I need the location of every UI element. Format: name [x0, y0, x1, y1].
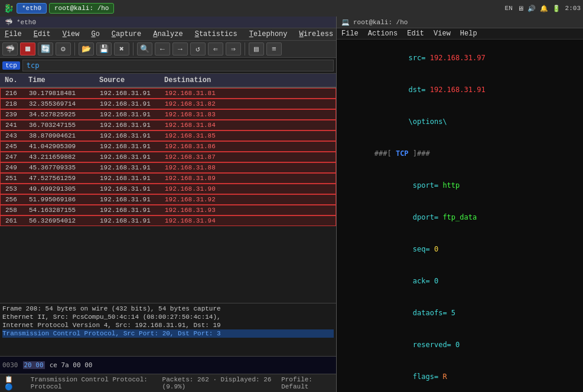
- detail-row[interactable]: Internet Protocol Version 4, Src: 192.16…: [2, 321, 334, 329]
- detail-row[interactable]: Frame 208: 54 bytes on wire (432 bits), …: [2, 305, 334, 313]
- menu-file[interactable]: File: [2, 30, 24, 39]
- cell-src: 192.168.31.91: [97, 185, 162, 193]
- term-menu-edit[interactable]: Edit: [407, 30, 424, 38]
- table-row[interactable]: 241 36.703247155 192.168.31.91 192.168.3…: [0, 120, 336, 130]
- cell-time: 54.163287155: [27, 206, 97, 214]
- toolbar-sep3: [245, 43, 245, 55]
- terminal-body[interactable]: src= 192.168.31.97 dst= 192.168.31.91 \o…: [337, 40, 583, 392]
- hex-panel: 0030 20 00 ce 7a 00 00: [0, 356, 336, 374]
- table-row[interactable]: 249 45.367709335 192.168.31.91 192.168.3…: [0, 162, 336, 173]
- toolbar-fwd-btn[interactable]: →: [172, 43, 188, 55]
- menu-wireless[interactable]: Wireless: [297, 30, 336, 39]
- wireshark-titlebar: 🦈 *eth0: [0, 17, 336, 28]
- taskbar-dragon-icon[interactable]: 🐉: [2, 2, 14, 14]
- table-row[interactable]: 216 30.179818481 192.168.31.91 192.168.3…: [0, 88, 336, 99]
- term-src-line: src= 192.168.31.97: [340, 42, 579, 74]
- term-sport: sport= http: [340, 169, 579, 201]
- toolbar-next-btn[interactable]: ⇒: [226, 43, 241, 55]
- cell-src: 192.168.31.91: [97, 100, 162, 108]
- cell-dst: 192.168.31.86: [162, 142, 245, 151]
- menu-statistics[interactable]: Statistics: [193, 30, 240, 39]
- toolbar-shark-icon[interactable]: 🦈: [2, 43, 18, 55]
- table-row[interactable]: 261 56.326954012 192.168.31.91 192.168.3…: [0, 215, 336, 226]
- cell-no: 245: [3, 142, 27, 151]
- table-header: No. Time Source Destination: [0, 74, 336, 88]
- cell-dst: 192.168.31.94: [162, 217, 245, 225]
- table-row[interactable]: 258 54.163287155 192.168.31.91 192.168.3…: [0, 205, 336, 215]
- term-menu-file[interactable]: File: [341, 30, 359, 38]
- cell-no: 249: [3, 164, 27, 172]
- menu-go[interactable]: Go: [89, 30, 102, 39]
- term-menu-actions[interactable]: Actions: [368, 30, 398, 38]
- cell-src: 192.168.31.91: [97, 110, 162, 119]
- col-source: Source: [97, 75, 162, 86]
- menu-analyze[interactable]: Analyze: [151, 30, 185, 39]
- table-row[interactable]: 247 43.211659882 192.168.31.91 192.168.3…: [0, 152, 336, 162]
- main-area: 🦈 *eth0 File Edit View Go Capture Analyz…: [0, 17, 583, 392]
- table-row[interactable]: 256 51.995069186 192.168.31.91 192.168.3…: [0, 194, 336, 205]
- toolbar-sep1: [74, 43, 75, 55]
- table-row[interactable]: 245 41.042905309 192.168.31.91 192.168.3…: [0, 141, 336, 152]
- packet-list: 216 30.179818481 192.168.31.91 192.168.3…: [0, 88, 336, 303]
- table-row[interactable]: 243 38.870904621 192.168.31.91 192.168.3…: [0, 130, 336, 141]
- menu-capture[interactable]: Capture: [109, 30, 144, 39]
- toolbar-prev-btn[interactable]: ⇐: [208, 43, 223, 55]
- menu-telephony[interactable]: Telephony: [247, 30, 290, 39]
- toolbar-reload-btn[interactable]: ↺: [190, 43, 206, 55]
- cell-time: 45.367709335: [27, 164, 97, 172]
- term-ack: ack= 0: [340, 265, 579, 297]
- hex-selected: 20 00: [23, 361, 45, 369]
- toolbar-save-btn[interactable]: 💾: [96, 43, 112, 55]
- table-row[interactable]: 253 49.699291305 192.168.31.91 192.168.3…: [0, 184, 336, 194]
- cell-no: 251: [3, 174, 27, 182]
- term-menu-help[interactable]: Help: [460, 30, 477, 38]
- cell-time: 36.703247155: [27, 121, 97, 129]
- toolbar-search-btn[interactable]: 🔍: [137, 43, 152, 55]
- detail-row[interactable]: Transmission Control Protocol, Src Port:…: [2, 329, 334, 338]
- taskbar-right: EN 🖥 🔊 🔔 🔋 2:03: [505, 5, 581, 12]
- cell-src: 192.168.31.91: [97, 217, 162, 225]
- cell-dst: 192.168.31.92: [162, 195, 245, 204]
- taskbar-time: 2:03: [565, 5, 581, 12]
- detail-row[interactable]: Ethernet II, Src: PcsCompu_50:4c:14 (08:…: [2, 313, 334, 321]
- wireshark-menu: File Edit View Go Capture Analyze Statis…: [0, 28, 336, 41]
- cell-src: 192.168.31.91: [97, 89, 162, 97]
- term-dataofs: dataofs= 5: [340, 297, 579, 329]
- hex-offset: 0030: [2, 361, 18, 369]
- term-seq: seq= 0: [340, 233, 579, 265]
- detail-panel: Frame 208: 54 bytes on wire (432 bits), …: [0, 303, 336, 356]
- profile: Profile: Default: [281, 376, 331, 390]
- cell-src: 192.168.31.91: [97, 132, 162, 140]
- terminal-icon: 💻: [341, 18, 350, 26]
- toolbar-cols-btn[interactable]: ▤: [249, 43, 264, 55]
- table-row[interactable]: 218 32.355369714 192.168.31.91 192.168.3…: [0, 99, 336, 109]
- menu-view[interactable]: View: [60, 30, 82, 39]
- toolbar-back-btn[interactable]: ←: [155, 43, 170, 55]
- status-icons: 📋 🔵: [5, 375, 21, 391]
- col-dest: Destination: [162, 75, 245, 86]
- taskbar-terminal-btn[interactable]: root@kali: /ho: [49, 3, 114, 14]
- status-bar: 📋 🔵 Transmission Control Protocol: Proto…: [0, 374, 336, 392]
- filter-input[interactable]: [22, 60, 334, 71]
- toolbar-restart-btn[interactable]: 🔄: [38, 43, 53, 55]
- toolbar-zoom-btn[interactable]: ≡: [266, 43, 282, 55]
- taskbar-wireshark-btn[interactable]: *eth0: [17, 3, 47, 14]
- term-menu-view[interactable]: View: [434, 30, 451, 38]
- cell-src: 192.168.31.91: [97, 142, 162, 151]
- cell-time: 38.870904621: [27, 132, 97, 140]
- cell-src: 192.168.31.91: [97, 195, 162, 204]
- cell-time: 49.699291305: [27, 185, 97, 193]
- menu-edit[interactable]: Edit: [31, 30, 53, 39]
- table-row[interactable]: 239 34.527825925 192.168.31.91 192.168.3…: [0, 109, 336, 120]
- toolbar-open-btn[interactable]: 📂: [79, 43, 94, 55]
- toolbar-stop-btn[interactable]: ⏹: [20, 43, 35, 55]
- toolbar-close-btn[interactable]: ✖: [114, 43, 129, 55]
- cell-dst: 192.168.31.82: [162, 100, 245, 108]
- table-row[interactable]: 251 47.527561259 192.168.31.91 192.168.3…: [0, 173, 336, 184]
- term-flags: flags= R: [340, 361, 579, 392]
- terminal-panel: 💻 root@kali: /ho File Actions Edit View …: [337, 17, 583, 392]
- cell-src: 192.168.31.91: [97, 164, 162, 172]
- cell-src: 192.168.31.91: [97, 174, 162, 182]
- cell-src: 192.168.31.91: [97, 121, 162, 129]
- toolbar-settings-btn[interactable]: ⚙: [56, 43, 71, 55]
